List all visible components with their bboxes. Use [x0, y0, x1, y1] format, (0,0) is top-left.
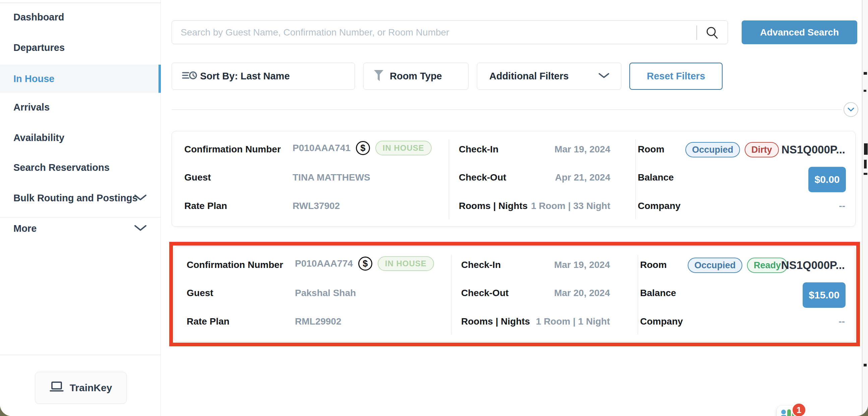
rooms-nights-label: Rooms | Nights [459, 201, 527, 211]
rate-plan-label: Rate Plan [187, 316, 229, 327]
balance-button[interactable]: $0.00 [808, 167, 846, 192]
right-edge-panel [862, 0, 868, 416]
column-divider [636, 139, 636, 219]
in-house-status-badge: IN HOUSE [378, 256, 434, 271]
additional-filters-dropdown[interactable]: Additional Filters [477, 63, 621, 90]
laptop-icon [50, 381, 64, 395]
room-number-value: NS1Q000P... [781, 143, 845, 156]
list-divider [172, 109, 842, 110]
in-house-status-badge: IN HOUSE [375, 141, 432, 155]
additional-filters-label: Additional Filters [489, 71, 569, 82]
sort-by-time-icon [182, 70, 197, 83]
occupied-badge: Occupied [688, 258, 742, 273]
confirmation-number-value: P010AAA741 [292, 143, 350, 153]
rate-plan-value: RWL37902 [292, 201, 340, 211]
rooms-nights-label: Rooms | Nights [461, 316, 530, 327]
rate-plan-label: Rate Plan [184, 201, 227, 211]
room-status-badges: Occupied Dirty [685, 142, 779, 157]
room-type-label: Room Type [390, 71, 442, 82]
trainkey-label: TrainKey [70, 382, 112, 393]
column-divider [449, 139, 449, 219]
confirmation-value-group: P010AAA741 $ IN HOUSE [292, 141, 432, 155]
room-status-badges: Occupied Ready [688, 258, 787, 273]
chevron-down-icon [598, 73, 610, 80]
occupied-badge: Occupied [685, 142, 740, 157]
confirmation-number-label: Confirmation Number [187, 260, 283, 270]
room-label: Room [638, 144, 664, 155]
sidebar-top-divider [0, 3, 161, 3]
check-out-label: Check-Out [459, 172, 506, 183]
column-divider [638, 255, 638, 334]
column-divider [451, 255, 452, 334]
room-label: Room [640, 260, 666, 270]
sidebar: Dashboard Departures In House Arrivals A… [0, 0, 161, 416]
collapse-toggle-button[interactable] [843, 102, 858, 117]
room-type-dropdown[interactable]: Room Type [363, 63, 468, 90]
balance-label: Balance [640, 288, 676, 298]
sidebar-bottom-divider [0, 355, 161, 355]
balance-label: Balance [638, 172, 674, 183]
sidebar-item-search-reservations[interactable]: Search Reservations [13, 157, 110, 178]
company-value: -- [839, 201, 845, 211]
housekeeping-badge: Dirty [745, 142, 779, 157]
reservation-card[interactable]: Confirmation Number P010AAA741 $ IN HOUS… [172, 131, 856, 227]
guest-label: Guest [187, 288, 213, 298]
rooms-nights-value: 1 Room | 1 Night [536, 316, 610, 327]
sidebar-item-in-house[interactable]: In House [0, 65, 161, 93]
sort-by-dropdown[interactable]: Sort By: Last Name [172, 63, 355, 90]
check-out-value: Mar 20, 2024 [554, 288, 610, 298]
search-input[interactable] [181, 21, 690, 44]
guest-name-value: Pakshal Shah [295, 288, 356, 298]
advanced-search-button[interactable]: Advanced Search [742, 21, 857, 44]
check-in-label: Check-In [461, 260, 501, 270]
reservation-card[interactable]: Confirmation Number P010AAA774 $ IN HOUS… [174, 247, 855, 342]
search-bar [172, 21, 728, 44]
confirmation-value-group: P010AAA774 $ IN HOUSE [295, 256, 434, 271]
app-window: Dashboard Departures In House Arrivals A… [0, 0, 868, 416]
chevron-down-icon[interactable] [134, 225, 147, 231]
company-value: -- [838, 316, 845, 327]
filter-funnel-icon [374, 70, 384, 83]
sidebar-item-label: In House [13, 69, 54, 89]
room-number-value: NS1Q000P... [781, 259, 845, 271]
check-in-label: Check-In [459, 144, 498, 155]
rooms-nights-value: 1 Room | 33 Night [531, 201, 610, 211]
chevron-down-icon[interactable] [134, 194, 147, 201]
sort-by-label: Sort By: Last Name [200, 71, 290, 82]
company-label: Company [640, 316, 683, 327]
chevron-down-icon [847, 107, 854, 111]
rate-plan-value: RML29902 [295, 316, 341, 327]
notification-badge: 1 [792, 403, 806, 416]
reset-filters-button[interactable]: Reset Filters [629, 63, 722, 90]
search-divider [696, 26, 697, 40]
confirmation-number-value: P010AAA774 [295, 258, 353, 269]
sidebar-item-availability[interactable]: Availability [13, 128, 64, 148]
trainkey-button[interactable]: TrainKey [35, 372, 127, 404]
check-out-value: Apr 21, 2024 [555, 172, 610, 183]
guest-label: Guest [184, 172, 211, 183]
confirmation-number-label: Confirmation Number [184, 144, 281, 155]
balance-button[interactable]: $15.00 [803, 282, 845, 308]
check-out-label: Check-Out [461, 288, 509, 298]
dollar-circle-icon[interactable]: $ [358, 257, 372, 270]
sidebar-item-arrivals[interactable]: Arrivals [13, 97, 50, 117]
company-label: Company [638, 201, 681, 211]
check-in-value: Mar 19, 2024 [554, 260, 610, 270]
sidebar-item-more[interactable]: More [13, 218, 36, 238]
dollar-circle-icon[interactable]: $ [356, 141, 370, 155]
highlight-annotation-box: Confirmation Number P010AAA774 $ IN HOUS… [169, 242, 860, 346]
active-indicator-bar [158, 65, 161, 93]
guest-name-value: TINA MATTHEWS [292, 172, 370, 183]
sidebar-item-departures[interactable]: Departures [13, 37, 65, 58]
sidebar-section-divider [0, 217, 161, 217]
sidebar-item-bulk-routing[interactable]: Bulk Routing and Postings [13, 188, 138, 208]
check-in-value: Mar 19, 2024 [554, 144, 610, 155]
search-icon[interactable] [706, 26, 719, 39]
sidebar-item-dashboard[interactable]: Dashboard [13, 7, 64, 27]
